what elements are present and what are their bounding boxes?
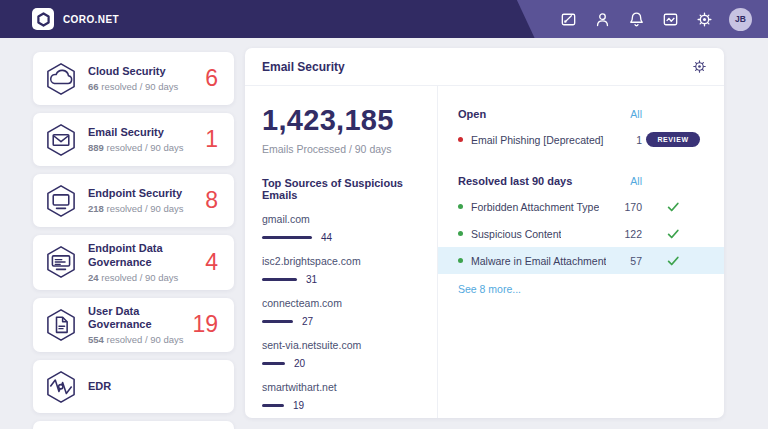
see-more-link[interactable]: See 8 more... xyxy=(458,283,521,295)
module-open-count: 8 xyxy=(205,187,222,214)
open-section-header: Open All xyxy=(458,102,704,126)
ticket-label: Suspicious Content xyxy=(471,228,561,240)
sidebar-module-card[interactable]: Endpoint Data Governance 24 resolved / 9… xyxy=(33,235,234,290)
module-open-count: 4 xyxy=(205,249,222,276)
source-domain: connecteam.com xyxy=(262,297,421,309)
ticket-count: 170 xyxy=(608,201,642,213)
resolved-check-icon xyxy=(666,200,680,214)
status-dot xyxy=(458,204,463,209)
resolved-check-icon xyxy=(666,227,680,241)
resolved-ticket-rows: Forbidden Attachment Type 170 Suspicious… xyxy=(458,193,704,274)
ticket-label: Forbidden Attachment Type xyxy=(471,201,599,213)
panel-title: Email Security xyxy=(262,60,345,74)
sidebar-module-card[interactable]: Network xyxy=(33,421,234,429)
module-open-count: 19 xyxy=(192,311,222,338)
module-icon xyxy=(43,369,79,405)
source-bar xyxy=(262,320,293,324)
panel-header: Email Security xyxy=(245,48,724,86)
source-value: 19 xyxy=(293,400,304,411)
ticket-count: 57 xyxy=(608,255,642,267)
brand-name: CORO.NET xyxy=(63,14,119,25)
source-value: 27 xyxy=(302,316,313,327)
module-icon xyxy=(43,307,79,343)
suspicious-source-item[interactable]: isc2.brightspace.com 31 xyxy=(262,255,421,285)
source-domain: isc2.brightspace.com xyxy=(262,255,421,267)
status-dot xyxy=(458,231,463,236)
email-security-panel: Email Security 1,423,185 Emails Processe… xyxy=(245,48,724,418)
module-icon xyxy=(43,244,79,280)
panel-stats-column: 1,423,185 Emails Processed / 90 days Top… xyxy=(245,86,438,418)
activity-icon[interactable] xyxy=(661,10,680,29)
suspicious-source-item[interactable]: sent-via.netsuite.com 20 xyxy=(262,339,421,369)
status-dot xyxy=(458,137,463,142)
module-open-count: 1 xyxy=(205,126,222,153)
module-title: User Data Governance xyxy=(88,305,183,333)
module-title: Endpoint Security xyxy=(88,187,196,201)
resolved-section-title: Resolved last 90 days xyxy=(458,175,608,187)
module-subtitle: 66 resolved / 90 days xyxy=(88,81,196,92)
ticket-row[interactable]: Email Phishing [Deprecated] 1 REVIEW xyxy=(458,126,704,153)
suspicious-source-item[interactable]: connecteam.com 27 xyxy=(262,297,421,327)
suspicious-source-item[interactable]: gmail.com 44 xyxy=(262,213,421,243)
status-dot xyxy=(458,258,463,263)
user-avatar[interactable]: JB xyxy=(729,8,752,31)
ticket-row[interactable]: Forbidden Attachment Type 170 xyxy=(458,193,704,220)
module-subtitle: 218 resolved / 90 days xyxy=(88,203,196,214)
coro-logo-icon xyxy=(32,8,54,30)
source-domain: sent-via.netsuite.com xyxy=(262,339,421,351)
resolved-check-icon xyxy=(666,254,680,268)
module-subtitle: 889 resolved / 90 days xyxy=(88,142,196,153)
source-bar xyxy=(262,236,312,240)
ticket-row[interactable]: Malware in Email Attachment 57 xyxy=(438,247,724,274)
source-value: 31 xyxy=(306,274,317,285)
topbar-actions: JB xyxy=(559,8,752,31)
ticket-count: 122 xyxy=(608,228,642,240)
sidebar-module-card[interactable]: Cloud Security 66 resolved / 90 days 6 xyxy=(33,52,234,105)
top-sources-list: gmail.com 44 isc2.brightspace.com 31 con… xyxy=(262,213,421,411)
panel-settings-icon[interactable] xyxy=(691,58,708,75)
open-all-link[interactable]: All xyxy=(608,108,642,120)
review-button[interactable]: REVIEW xyxy=(646,132,699,147)
module-title: Email Security xyxy=(88,126,196,140)
sidebar-module-card[interactable]: User Data Governance 554 resolved / 90 d… xyxy=(33,298,234,353)
module-subtitle: 554 resolved / 90 days xyxy=(88,334,183,345)
sidebar-module-card[interactable]: EDR xyxy=(33,360,234,413)
resolved-all-link[interactable]: All xyxy=(608,175,642,187)
source-value: 44 xyxy=(321,232,332,243)
source-value: 20 xyxy=(294,358,305,369)
module-icon xyxy=(43,183,79,219)
source-bar xyxy=(262,278,297,282)
module-title: Cloud Security xyxy=(88,65,196,79)
compose-icon[interactable] xyxy=(559,10,578,29)
topbar: CORO.NET JB xyxy=(0,0,768,38)
module-icon xyxy=(43,61,79,97)
emails-processed-label: Emails Processed / 90 days xyxy=(262,143,421,155)
source-domain: gmail.com xyxy=(262,213,421,225)
ticket-count: 1 xyxy=(608,134,642,146)
settings-icon[interactable] xyxy=(695,10,714,29)
open-section-title: Open xyxy=(458,108,608,120)
suspicious-source-item[interactable]: smartwithart.net 19 xyxy=(262,381,421,411)
open-ticket-rows: Email Phishing [Deprecated] 1 REVIEW xyxy=(458,126,704,153)
module-open-count: 6 xyxy=(205,65,222,92)
users-icon[interactable] xyxy=(593,10,612,29)
ticket-label: Email Phishing [Deprecated] xyxy=(471,134,604,146)
source-bar xyxy=(262,404,284,408)
module-title: EDR xyxy=(88,380,222,394)
brand[interactable]: CORO.NET xyxy=(32,8,119,30)
module-subtitle: 24 resolved / 90 days xyxy=(88,272,196,283)
module-title: Endpoint Data Governance xyxy=(88,242,196,270)
top-sources-title: Top Sources of Suspicious Emails xyxy=(262,177,421,201)
sidebar-module-card[interactable]: Email Security 889 resolved / 90 days 1 xyxy=(33,113,234,166)
module-icon xyxy=(43,122,79,158)
ticket-row[interactable]: Suspicious Content 122 xyxy=(458,220,704,247)
source-domain: smartwithart.net xyxy=(262,381,421,393)
source-bar xyxy=(262,362,285,366)
sidebar-modules: Cloud Security 66 resolved / 90 days 6 E… xyxy=(33,52,234,429)
emails-processed-value: 1,423,185 xyxy=(262,104,421,137)
bell-icon[interactable] xyxy=(627,10,646,29)
sidebar-module-card[interactable]: Endpoint Security 218 resolved / 90 days… xyxy=(33,174,234,227)
ticket-label: Malware in Email Attachment xyxy=(471,255,606,267)
panel-tickets-column: Open All Email Phishing [Deprecated] 1 R… xyxy=(438,86,724,418)
resolved-section-header: Resolved last 90 days All xyxy=(458,169,704,193)
